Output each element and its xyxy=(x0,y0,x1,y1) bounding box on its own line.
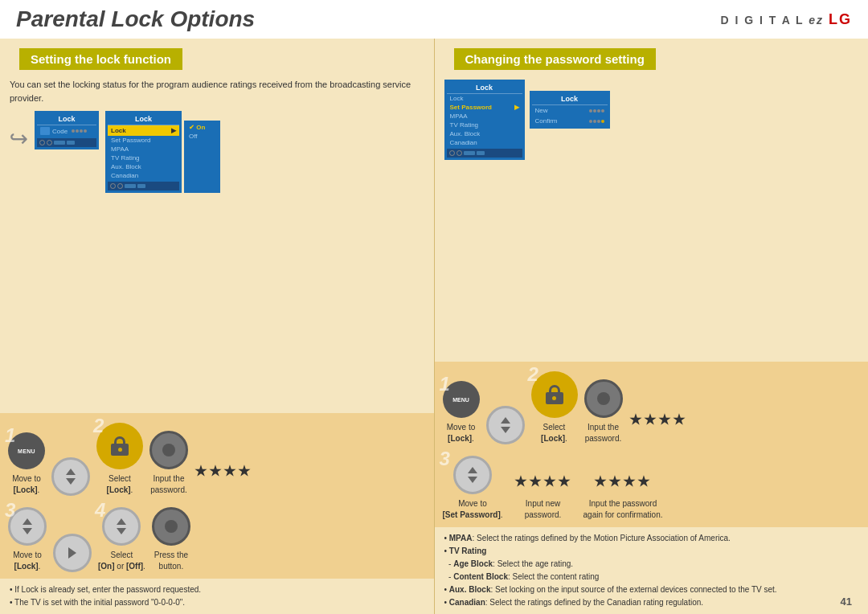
rok-button[interactable] xyxy=(584,379,623,418)
step3-number: 3 xyxy=(5,499,15,522)
step2-number: 2 xyxy=(93,415,104,437)
lock-top-icon xyxy=(114,436,125,444)
nb1 xyxy=(110,183,116,189)
tv-menu-1-code-row: Code xyxy=(37,125,96,137)
aux-block-row: Aux. Block xyxy=(108,162,179,171)
nav-right-button[interactable] xyxy=(53,534,92,572)
rtv2-confirm: Confirm xyxy=(532,116,608,126)
left-steps-row2: 3 Move to[Lock]. xyxy=(8,507,426,572)
nav-icon xyxy=(39,140,45,145)
rlock-body xyxy=(546,392,563,404)
rstep3-number: 3 xyxy=(440,448,450,470)
rstep1-number: 1 xyxy=(440,373,450,395)
tv-menu-2-bottom-bar xyxy=(108,182,179,190)
rnav-arrows-1 xyxy=(501,417,510,433)
step4-number: 4 xyxy=(95,499,105,522)
code-dots xyxy=(72,129,87,133)
rstep2-ok-caption: Input thepassword. xyxy=(585,422,622,444)
rtv1-nb1 xyxy=(449,150,455,156)
rn-canadian: • Canadian: Select the ratings defined b… xyxy=(444,596,859,609)
step1-nav xyxy=(51,457,90,496)
step1-menu: 1 MENU Move to[Lock]. xyxy=(8,432,45,496)
rtv1-bottom xyxy=(447,149,522,158)
ok-inner-4 xyxy=(165,520,178,533)
rstep2-lock: 2 Select[Lock]. xyxy=(531,371,578,444)
canadian-row: Canadian xyxy=(108,171,179,180)
arrow-down-4 xyxy=(117,528,126,534)
step1-number: 1 xyxy=(5,424,15,447)
lock-keyhole-icon xyxy=(118,448,122,452)
tv-menu-2-container: Lock Lock▶ Set Password MPAA TV Rating A… xyxy=(105,111,220,193)
left-note-2: • The TV is set with the initial passwor… xyxy=(10,596,424,609)
arrow-down-icon xyxy=(66,478,76,485)
nav-button-4[interactable] xyxy=(102,507,141,546)
rarrow-up-3 xyxy=(468,467,477,473)
tv-menu-1-header: Lock xyxy=(37,113,96,125)
rtv2-new: New xyxy=(532,105,608,116)
rtv1-canadian: Canadian xyxy=(447,138,522,147)
step2-caption: Select[Lock]. xyxy=(107,473,133,496)
rstep1-caption: Move to[Lock]. xyxy=(447,422,476,444)
ok-button-1[interactable] xyxy=(149,431,188,469)
step-select-1-caption: Input thepassword. xyxy=(150,473,187,496)
left-steps-row1: 1 MENU Move to[Lock]. xyxy=(8,423,426,496)
rn-mpaa: • MPAA: Select the ratings defined by th… xyxy=(444,532,859,545)
rtv1-mpaa: MPAA xyxy=(447,112,522,121)
rnav-button-3[interactable] xyxy=(453,456,492,494)
rlock-keyhole xyxy=(552,396,556,400)
step3-caption: Move to[Lock]. xyxy=(13,550,42,572)
right-steps-row2: 3 Move to[Set Password]. ★★★★ Input newp xyxy=(443,456,861,521)
exit-rect xyxy=(67,141,75,145)
top-bar: Parental Lock Options D I G I T A L ez L… xyxy=(0,0,868,39)
rarrow-up-1 xyxy=(501,417,510,424)
step2-lock: 2 Select[Lock]. xyxy=(96,423,143,496)
tv-rating-row: TV Rating xyxy=(108,154,179,162)
rstars-confirm: ★★★★ xyxy=(594,465,652,498)
off-option: Off xyxy=(186,132,218,141)
lock-icon-1 xyxy=(111,436,129,456)
step1-caption: Move to[Lock]. xyxy=(12,473,41,496)
rok-inner xyxy=(597,392,610,405)
rstep3-stars-new: ★★★★ Input newpassword. xyxy=(514,465,572,521)
page-number: 41 xyxy=(841,596,852,608)
rstep3-new-caption: Input newpassword. xyxy=(525,498,562,521)
curve-arrow-icon: ↩ xyxy=(10,125,28,152)
rtv1-tvrating: TV Rating xyxy=(447,121,522,129)
rmenu-label: MENU xyxy=(452,397,469,403)
rstars-new: ★★★★ xyxy=(514,465,572,498)
rtv1-nr1 xyxy=(464,151,475,155)
rn-contentblock: - Content Block: Select the content rati… xyxy=(444,571,859,583)
rnav-button-1[interactable] xyxy=(486,406,525,444)
rtv1-setpwd: Set Password▶ xyxy=(447,103,522,112)
ok-button-4[interactable] xyxy=(152,507,190,546)
step4: 4 Select[On] or [Off]. xyxy=(98,507,145,572)
set-password-row: Set Password xyxy=(108,136,179,145)
on-off-panel: ✔ On Off xyxy=(184,121,220,193)
rn-aux: • Aux. Block: Set locking on the input s… xyxy=(444,583,859,596)
left-section-desc: You can set the locking status for the p… xyxy=(10,78,424,104)
tv-menu-1-bottom-bar xyxy=(37,138,96,147)
right-section-body: Changing the password setting Lock Lock … xyxy=(435,39,869,362)
mpaa-row: MPAA xyxy=(108,145,179,154)
nav-button-1[interactable] xyxy=(51,457,90,496)
rtv1-aux: Aux. Block xyxy=(447,129,522,138)
rarrow-down-3 xyxy=(468,477,477,483)
right-steps-row1: 1 MENU Move to[Lock]. xyxy=(443,371,861,444)
right-tv-menu-2: Lock New Confirm xyxy=(530,91,610,129)
rstep2-caption: Select[Lock]. xyxy=(541,422,567,444)
right-steps-panel: 1 MENU Move to[Lock]. xyxy=(435,362,869,527)
main-content: Setting the lock function You can set th… xyxy=(0,39,868,614)
nav-arrows-3 xyxy=(23,518,32,534)
left-note-1: • If Lock is already set, enter the pass… xyxy=(10,583,424,596)
left-section-heading: Setting the lock function xyxy=(19,48,182,70)
rtv2-header: Lock xyxy=(532,93,608,105)
step4-caption: Select[On] or [Off]. xyxy=(98,550,145,572)
right-tv-menus: Lock Lock Set Password▶ MPAA TV Rating A… xyxy=(444,80,859,160)
right-section-heading: Changing the password setting xyxy=(454,48,656,70)
rstep1-menu: 1 MENU Move to[Lock]. xyxy=(443,381,480,444)
arrow-down-3 xyxy=(23,528,32,534)
rstep2-ok: Input thepassword. xyxy=(584,379,623,444)
tv-menu-2-header: Lock xyxy=(108,113,179,125)
stars-1: ★★★★ xyxy=(194,463,252,496)
left-steps-panel: 1 MENU Move to[Lock]. xyxy=(0,413,434,579)
